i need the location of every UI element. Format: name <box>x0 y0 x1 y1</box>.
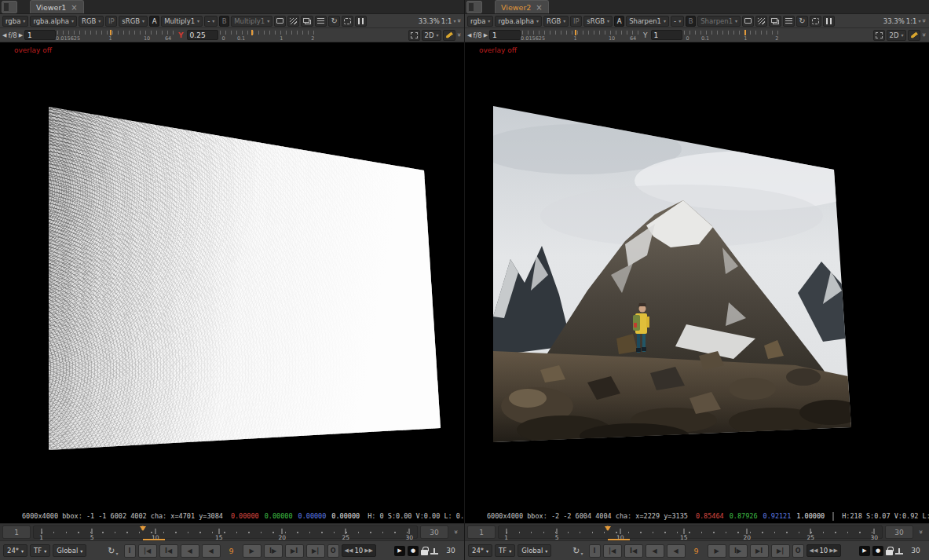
gamma-field[interactable]: 1 <box>651 30 682 40</box>
render-icon[interactable]: ● <box>408 546 419 556</box>
collapse-toolbar-icon[interactable]: » <box>456 33 463 38</box>
frame-increment-control[interactable]: ◀◀ 10 ▶▶ <box>342 544 376 557</box>
range-start-field[interactable]: 1 <box>2 525 31 539</box>
range-end-field[interactable]: 30 <box>420 525 448 539</box>
range-end-field[interactable]: 30 <box>885 525 913 539</box>
input-process-button[interactable]: IP <box>105 16 117 27</box>
next-view-icon[interactable]: ▶ <box>19 32 23 38</box>
timeline-ruler[interactable]: 1 5 10 15 20 25 30 9 <box>33 525 418 539</box>
proxy-toggle-icon[interactable] <box>301 16 313 27</box>
wipe-icon[interactable] <box>287 16 299 27</box>
gain-slider[interactable]: 0.015625 1 10 64 <box>57 30 175 41</box>
next-keyframe-button[interactable]: ▶I <box>750 544 769 558</box>
goto-end-button[interactable]: ▶| <box>771 544 790 558</box>
tf-dropdown[interactable]: TF▾ <box>495 544 515 557</box>
play-button[interactable]: ▶ <box>708 544 726 558</box>
gamma-label[interactable]: Y <box>642 31 649 39</box>
play-button[interactable]: ▶ <box>243 544 262 558</box>
scanline-icon[interactable] <box>315 16 327 27</box>
gamma-slider[interactable]: 0 0.1 1 2 <box>684 30 782 41</box>
tab-viewer2[interactable]: Viewer2 × <box>495 0 549 13</box>
update-icon[interactable]: ↻ <box>328 16 340 27</box>
loop-mode-button[interactable]: O <box>792 544 804 558</box>
roi-icon[interactable] <box>873 30 885 41</box>
range-scope-dropdown[interactable]: Global▾ <box>53 544 86 557</box>
fps-dropdown[interactable]: 24*▾ <box>3 544 27 557</box>
viewer2-canvas[interactable]: overlay off <box>465 42 929 509</box>
pause-icon[interactable] <box>823 16 835 27</box>
wipe-icon[interactable] <box>755 16 767 27</box>
scanline-icon[interactable] <box>783 16 795 27</box>
prev-view-icon[interactable]: ◀ <box>467 32 471 38</box>
fstop-label[interactable]: f/8 <box>473 31 481 39</box>
a-input-dropdown[interactable]: Sharpen1▾ <box>626 16 669 27</box>
pause-icon[interactable] <box>355 16 367 27</box>
colorspace-dropdown[interactable]: sRGB▾ <box>583 16 613 27</box>
current-frame[interactable]: 9 <box>688 547 705 555</box>
a-buffer-chip[interactable]: A <box>149 16 159 27</box>
timeline-marker-icon[interactable] <box>430 547 438 555</box>
colorspace-dropdown[interactable]: sRGB▾ <box>119 16 148 27</box>
close-icon[interactable]: × <box>71 3 77 12</box>
annotations-pencil-icon[interactable] <box>443 30 455 41</box>
render-icon[interactable]: ● <box>872 546 883 556</box>
annotations-pencil-icon[interactable] <box>908 30 920 41</box>
gain-field[interactable]: 1 <box>24 30 56 40</box>
playhead[interactable]: 9 <box>605 526 611 546</box>
flipbook-play-icon[interactable]: ▶ <box>394 546 405 556</box>
monitor-output-icon[interactable] <box>742 16 754 27</box>
loop-mode-button[interactable]: O <box>327 544 339 558</box>
viewer1-canvas[interactable]: overlay off <box>0 42 464 509</box>
playhead[interactable]: 9 <box>140 526 146 546</box>
gamma-slider[interactable]: 0 0.1 1 2 <box>220 30 318 41</box>
pixel-aspect[interactable]: 1:1 <box>906 17 917 25</box>
flipbook-play-icon[interactable]: ▶ <box>859 546 870 556</box>
next-view-icon[interactable]: ▶ <box>484 32 488 38</box>
channels-dropdown[interactable]: rgba▾ <box>2 16 28 27</box>
step-forward-button[interactable]: I▶ <box>729 544 748 558</box>
a-buffer-chip[interactable]: A <box>614 16 624 27</box>
next-keyframe-button[interactable]: ▶I <box>285 544 304 558</box>
play-backward-button[interactable]: ◀ <box>181 544 199 558</box>
display-mode-dropdown[interactable]: RGB▾ <box>79 16 104 27</box>
timeline-ruler[interactable]: 1 5 10 15 20 25 30 9 <box>498 525 883 539</box>
view-mode-dropdown[interactable]: 2D▾ <box>422 30 442 41</box>
frame-increment-control[interactable]: ◀◀ 10 ▶▶ <box>806 544 841 557</box>
b-input-dropdown[interactable]: Multiply1▾ <box>231 16 272 27</box>
roi-icon[interactable] <box>408 30 420 41</box>
collapse-toolbar-icon[interactable]: » <box>921 33 928 38</box>
fps-dropdown[interactable]: 24*▾ <box>468 544 492 557</box>
play-backward-button[interactable]: ◀ <box>646 544 664 558</box>
panel-menu-icon[interactable] <box>466 1 482 13</box>
wipe-mode-dropdown[interactable]: -▾ <box>671 16 684 27</box>
gamma-label[interactable]: Y <box>177 31 185 39</box>
alpha-layer-dropdown[interactable]: rgba.alpha▾ <box>495 16 542 27</box>
channels-dropdown[interactable]: rgba▾ <box>467 16 493 27</box>
zoom-level[interactable]: 33.3% <box>883 17 905 25</box>
prev-keyframe-button[interactable]: I◀ <box>159 544 178 558</box>
playback-loop-icon[interactable]: ↻▾ <box>572 546 583 556</box>
current-frame[interactable]: 9 <box>223 547 240 555</box>
panel-menu-icon[interactable] <box>2 1 17 13</box>
collapse-toolbar-icon[interactable]: » <box>921 19 928 24</box>
tf-dropdown[interactable]: TF▾ <box>30 544 50 557</box>
display-mode-dropdown[interactable]: RGB▾ <box>543 16 569 27</box>
view-mode-dropdown[interactable]: 2D▾ <box>887 30 907 41</box>
step-forward-button[interactable]: I▶ <box>264 544 283 558</box>
gain-slider[interactable]: 0.015625 1 10 64 <box>522 30 640 41</box>
lock-range-icon[interactable] <box>421 550 428 555</box>
prev-view-icon[interactable]: ◀ <box>2 32 6 38</box>
stop-button[interactable]: I <box>124 544 136 558</box>
input-process-button[interactable]: IP <box>570 16 582 27</box>
playback-loop-icon[interactable]: ↻▾ <box>108 546 118 556</box>
a-input-dropdown[interactable]: Multiply1▾ <box>161 16 203 27</box>
goto-end-button[interactable]: ▶| <box>306 544 325 558</box>
range-start-field[interactable]: 1 <box>467 525 496 539</box>
alpha-layer-dropdown[interactable]: rgba.alpha▾ <box>30 16 77 27</box>
b-buffer-chip[interactable]: B <box>686 16 696 27</box>
safe-zones-icon[interactable] <box>810 16 821 27</box>
monitor-output-icon[interactable] <box>274 16 286 27</box>
wipe-mode-dropdown[interactable]: -▾ <box>204 16 218 27</box>
tab-viewer1[interactable]: Viewer1 × <box>30 0 84 13</box>
step-back-button[interactable]: ◀ <box>667 544 686 558</box>
